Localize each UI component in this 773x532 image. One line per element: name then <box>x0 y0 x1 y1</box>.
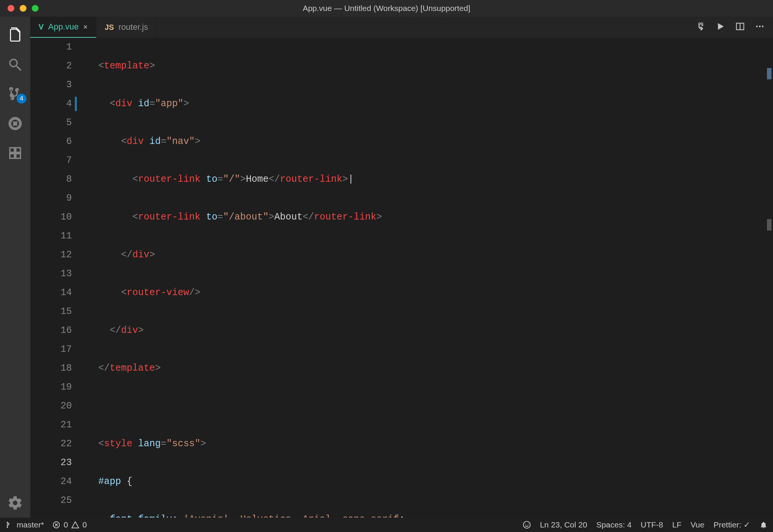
activity-bar-top: 4 <box>0 20 30 488</box>
split-editor-icon[interactable] <box>735 22 745 33</box>
extensions-icon[interactable] <box>0 138 30 168</box>
notifications-bell-icon[interactable] <box>759 521 768 529</box>
compare-changes-icon[interactable] <box>696 22 706 33</box>
search-icon[interactable] <box>0 50 30 79</box>
minimap-scrollbar[interactable] <box>765 38 773 518</box>
close-icon[interactable]: × <box>83 23 88 31</box>
window-title: App.vue — Untitled (Workspace) [Unsuppor… <box>0 4 773 13</box>
svg-point-1 <box>13 122 17 126</box>
source-control-icon[interactable]: 4 <box>0 79 30 109</box>
status-bar-left: master* 0 0 <box>5 520 514 529</box>
feedback-icon[interactable] <box>523 521 531 529</box>
tab-label: router.js <box>118 22 148 32</box>
line-number-gutter: 1 2 3 4 5 6 7 8 9 10 11 12 13 14 15 16 1… <box>30 38 83 518</box>
status-bar: master* 0 0 Ln 23, Col 20 Spaces: 4 UTF-… <box>0 518 773 532</box>
settings-gear-icon[interactable] <box>0 488 30 518</box>
debug-icon[interactable] <box>0 109 30 138</box>
activity-bar: 4 <box>0 17 30 518</box>
editor-tabs: V App.vue × JS router.js <box>30 17 773 38</box>
window-traffic-lights <box>8 5 39 12</box>
indentation-status[interactable]: Spaces: 4 <box>596 520 632 529</box>
tab-router-js[interactable]: JS router.js <box>96 17 157 38</box>
encoding-status[interactable]: UTF-8 <box>641 520 663 529</box>
window-minimize-button[interactable] <box>20 5 26 12</box>
tab-app-vue[interactable]: V App.vue × <box>30 17 96 38</box>
editor-actions <box>688 17 773 38</box>
title-bar: App.vue — Untitled (Workspace) [Unsuppor… <box>0 0 773 17</box>
status-bar-right: Ln 23, Col 20 Spaces: 4 UTF-8 LF Vue Pre… <box>523 520 768 529</box>
prettier-status[interactable]: Prettier: ✓ <box>714 520 750 529</box>
window-close-button[interactable] <box>8 5 14 12</box>
tab-label: App.vue <box>48 22 79 32</box>
language-mode-status[interactable]: Vue <box>691 520 705 529</box>
js-file-icon: JS <box>105 23 114 32</box>
main-row: 4 V App.vue × JS router.js <box>0 17 773 518</box>
git-branch-status[interactable]: master* <box>5 520 44 529</box>
window-zoom-button[interactable] <box>32 5 39 12</box>
svg-point-4 <box>762 25 763 27</box>
code-editor[interactable]: 1 2 3 4 5 6 7 8 9 10 11 12 13 14 15 16 1… <box>30 38 773 518</box>
vue-file-icon: V <box>39 23 43 31</box>
source-control-badge: 4 <box>17 94 26 104</box>
cursor-position-status[interactable]: Ln 23, Col 20 <box>540 520 587 529</box>
eol-status[interactable]: LF <box>672 520 682 529</box>
editor-area: V App.vue × JS router.js 1 2 3 4 <box>30 17 773 518</box>
run-icon[interactable] <box>716 22 725 33</box>
svg-point-3 <box>759 25 761 27</box>
explorer-icon[interactable] <box>0 20 30 50</box>
problems-status[interactable]: 0 0 <box>52 520 87 529</box>
more-actions-icon[interactable] <box>755 22 765 33</box>
svg-point-2 <box>756 25 757 27</box>
code-content[interactable]: <template> <div id="app"> <div id="nav">… <box>83 38 765 518</box>
